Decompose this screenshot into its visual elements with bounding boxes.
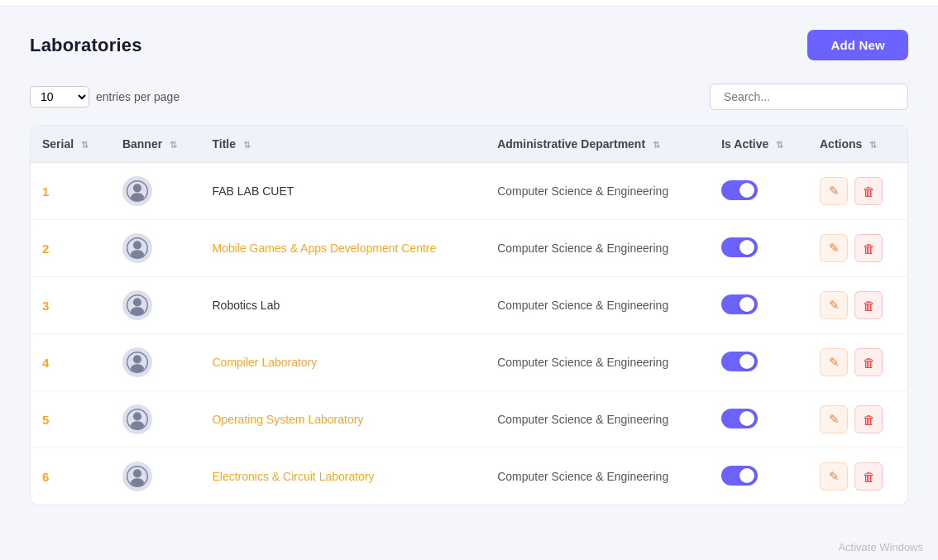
edit-button[interactable]: ✎ <box>820 234 848 262</box>
serial-value: 1 <box>42 184 49 199</box>
svg-point-12 <box>133 412 141 420</box>
cell-title: Mobile Games & Apps Development Centre <box>200 220 486 277</box>
user-icon <box>127 294 148 316</box>
cell-banner <box>111 448 201 505</box>
delete-button[interactable]: 🗑 <box>854 348 883 376</box>
cell-is-active <box>710 163 808 220</box>
edit-icon: ✎ <box>829 241 840 256</box>
avatar <box>122 462 152 491</box>
content-area: Laboratories Add New 10 25 50 100 entrie… <box>0 7 938 522</box>
sort-icon-is-active: ⇅ <box>776 140 783 151</box>
cell-actions: ✎ 🗑 <box>808 220 907 277</box>
cell-title: FAB LAB CUET <box>200 163 486 220</box>
delete-button[interactable]: 🗑 <box>854 291 883 319</box>
avatar <box>122 347 152 377</box>
table-row: 4 Compiler LaboratoryComputer Science & … <box>31 334 907 391</box>
delete-button[interactable]: 🗑 <box>854 234 883 262</box>
toggle-thumb <box>739 240 754 255</box>
department-value: Computer Science & Engineering <box>497 184 668 198</box>
top-bar <box>0 0 938 7</box>
active-toggle[interactable] <box>721 237 758 257</box>
sort-icon-title: ⇅ <box>243 140 251 151</box>
delete-icon: 🗑 <box>863 413 875 427</box>
table-row: 6 Electronics & Circuit LaboratoryComput… <box>31 448 907 505</box>
cell-serial: 2 <box>31 220 111 277</box>
delete-button[interactable]: 🗑 <box>854 177 883 205</box>
avatar <box>122 404 152 434</box>
action-buttons: ✎ 🗑 <box>820 177 896 205</box>
avatar <box>122 233 152 263</box>
delete-icon: 🗑 <box>863 356 875 370</box>
toggle-thumb <box>739 183 754 198</box>
cell-banner <box>111 163 201 220</box>
lab-title-link[interactable]: Electronics & Circuit Laboratory <box>212 470 374 483</box>
cell-banner <box>111 220 201 277</box>
cell-actions: ✎ 🗑 <box>808 448 907 505</box>
cell-actions: ✎ 🗑 <box>808 334 907 391</box>
cell-department: Computer Science & Engineering <box>486 163 710 220</box>
page-wrapper: Laboratories Add New 10 25 50 100 entrie… <box>0 0 938 560</box>
svg-point-6 <box>133 298 141 306</box>
delete-button[interactable]: 🗑 <box>854 462 883 491</box>
delete-icon: 🗑 <box>863 470 875 484</box>
search-input[interactable] <box>710 84 908 110</box>
lab-title: Robotics Lab <box>212 299 280 312</box>
cell-serial: 3 <box>31 277 111 334</box>
cell-banner <box>111 334 201 391</box>
serial-value: 6 <box>42 470 49 484</box>
entries-per-page-control: 10 25 50 100 entries per page <box>30 86 179 108</box>
active-toggle[interactable] <box>721 352 758 371</box>
page-title: Laboratories <box>30 35 142 56</box>
toggle-thumb <box>739 297 754 312</box>
toggle-thumb <box>739 354 754 369</box>
edit-button[interactable]: ✎ <box>820 462 848 491</box>
cell-department: Computer Science & Engineering <box>486 220 710 277</box>
department-value: Computer Science & Engineering <box>497 470 668 483</box>
serial-value: 3 <box>42 299 49 313</box>
user-icon <box>127 180 148 202</box>
lab-title: FAB LAB CUET <box>212 184 294 198</box>
cell-serial: 6 <box>31 448 111 505</box>
table-row: 5 Operating System LaboratoryComputer Sc… <box>31 391 907 448</box>
delete-button[interactable]: 🗑 <box>854 405 883 433</box>
col-is-active: Is Active ⇅ <box>710 126 808 163</box>
active-toggle[interactable] <box>721 180 758 200</box>
action-buttons: ✎ 🗑 <box>820 234 896 262</box>
entries-per-page-label: entries per page <box>96 90 179 103</box>
lab-title-link[interactable]: Compiler Laboratory <box>212 356 317 369</box>
table-container: Serial ⇅ Banner ⇅ Title ⇅ Administrati <box>30 125 908 505</box>
edit-button[interactable]: ✎ <box>820 291 848 319</box>
header-row: Laboratories Add New <box>30 30 908 60</box>
entries-per-page-select[interactable]: 10 25 50 100 <box>30 86 89 108</box>
sort-icon-actions: ⇅ <box>869 140 877 151</box>
user-icon <box>127 352 148 373</box>
edit-icon: ✎ <box>829 298 840 313</box>
edit-button[interactable]: ✎ <box>820 177 848 205</box>
user-icon <box>127 466 148 487</box>
cell-actions: ✎ 🗑 <box>808 277 907 334</box>
serial-value: 5 <box>42 413 49 427</box>
active-toggle[interactable] <box>721 409 758 428</box>
lab-title-link[interactable]: Mobile Games & Apps Development Centre <box>212 242 436 255</box>
svg-point-15 <box>133 469 141 477</box>
action-buttons: ✎ 🗑 <box>820 462 896 491</box>
delete-icon: 🗑 <box>863 299 875 313</box>
cell-is-active <box>710 220 808 277</box>
cell-is-active <box>710 277 808 334</box>
avatar <box>122 290 152 320</box>
cell-serial: 5 <box>31 391 111 448</box>
cell-actions: ✎ 🗑 <box>808 163 907 220</box>
edit-button[interactable]: ✎ <box>820 348 848 376</box>
active-toggle[interactable] <box>721 466 758 486</box>
active-toggle[interactable] <box>721 294 758 314</box>
lab-title-link[interactable]: Operating System Laboratory <box>212 413 363 426</box>
department-value: Computer Science & Engineering <box>497 413 668 426</box>
cell-title: Robotics Lab <box>200 277 486 334</box>
controls-row: 10 25 50 100 entries per page <box>30 84 908 110</box>
cell-banner <box>111 391 201 448</box>
edit-button[interactable]: ✎ <box>820 405 848 433</box>
add-new-button[interactable]: Add New <box>807 30 908 60</box>
cell-actions: ✎ 🗑 <box>808 391 907 448</box>
delete-icon: 🗑 <box>863 242 875 256</box>
table-row: 2 Mobile Games & Apps Development Centre… <box>31 220 907 277</box>
